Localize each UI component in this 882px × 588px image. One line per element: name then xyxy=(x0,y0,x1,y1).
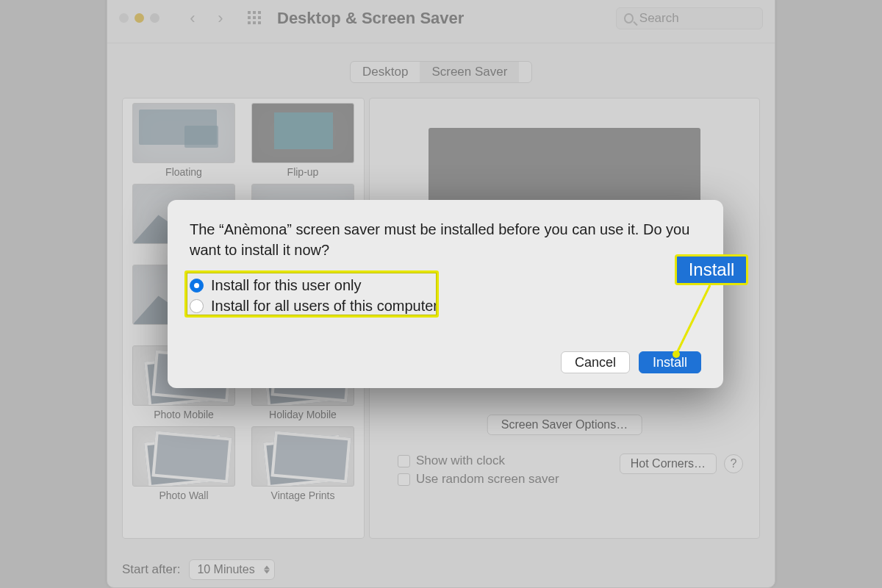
help-button[interactable]: ? xyxy=(724,454,743,473)
screensaver-thumb xyxy=(251,103,354,163)
screensaver-label: Photo Wall xyxy=(127,490,240,501)
screensaver-label: Flip-up xyxy=(246,166,359,178)
list-item[interactable]: Vintage Prints xyxy=(246,426,359,501)
list-item[interactable]: Flip-up xyxy=(246,103,359,178)
show-all-icon[interactable] xyxy=(248,11,262,26)
screensaver-label: Vintage Prints xyxy=(246,490,359,501)
random-screensaver-row[interactable]: Use random screen saver xyxy=(398,472,559,487)
radio-this-user[interactable]: Install for this user only xyxy=(190,275,701,295)
tab-control: Desktop Screen Saver xyxy=(350,61,532,83)
radio-label: Install for this user only xyxy=(211,277,362,294)
forward-button[interactable]: › xyxy=(208,9,233,28)
hot-corners-button[interactable]: Hot Corners… xyxy=(620,453,717,474)
close-icon[interactable] xyxy=(119,13,129,23)
dialog-message: The “Anèmona” screen saver must be insta… xyxy=(190,219,701,260)
zoom-icon[interactable] xyxy=(150,13,159,23)
tab-desktop[interactable]: Desktop xyxy=(351,62,420,82)
start-after-label: Start after: xyxy=(122,562,180,577)
radio-label: Install for all users of this computer xyxy=(211,298,438,315)
screensaver-label: Floating xyxy=(127,166,240,178)
checkbox-icon[interactable] xyxy=(398,473,410,486)
nav-buttons: ‹ › xyxy=(180,9,233,28)
install-scope-radio-group: Install for this user only Install for a… xyxy=(190,275,701,316)
screensaver-thumb xyxy=(132,103,235,163)
checkbox-label: Show with clock xyxy=(416,453,505,468)
cancel-button[interactable]: Cancel xyxy=(561,351,630,373)
screensaver-label: Holiday Mobile xyxy=(246,409,359,420)
install-dialog: The “Anèmona” screen saver must be insta… xyxy=(168,200,723,388)
search-field[interactable] xyxy=(616,7,763,29)
stepper-icon xyxy=(264,566,270,574)
show-with-clock-row[interactable]: Show with clock xyxy=(398,453,505,468)
minimize-icon[interactable] xyxy=(135,13,144,23)
tab-screen-saver[interactable]: Screen Saver xyxy=(420,62,519,82)
back-button[interactable]: ‹ xyxy=(180,9,205,28)
window-titlebar: ‹ › Desktop & Screen Saver xyxy=(107,0,775,43)
radio-all-users[interactable]: Install for all users of this computer xyxy=(190,295,701,316)
screensaver-label: Photo Mobile xyxy=(127,409,240,420)
start-after-row: Start after: 10 Minutes xyxy=(122,559,275,580)
checkbox-label: Use random screen saver xyxy=(416,472,559,487)
screensaver-options-button[interactable]: Screen Saver Options… xyxy=(487,415,642,435)
checkbox-icon[interactable] xyxy=(398,455,410,467)
start-after-value: 10 Minutes xyxy=(197,563,254,576)
screensaver-thumb xyxy=(132,426,235,487)
screensaver-thumb xyxy=(251,426,354,487)
search-input[interactable] xyxy=(639,11,755,26)
window-title: Desktop & Screen Saver xyxy=(277,9,464,28)
search-icon xyxy=(624,13,634,24)
radio-icon[interactable] xyxy=(190,279,204,293)
start-after-popup[interactable]: 10 Minutes xyxy=(189,559,274,580)
radio-icon[interactable] xyxy=(190,299,204,313)
list-item[interactable]: Photo Wall xyxy=(127,426,240,501)
window-controls xyxy=(119,13,159,23)
dialog-actions: Cancel Install xyxy=(561,351,701,373)
list-item[interactable]: Floating xyxy=(127,103,240,178)
install-button[interactable]: Install xyxy=(639,351,701,373)
